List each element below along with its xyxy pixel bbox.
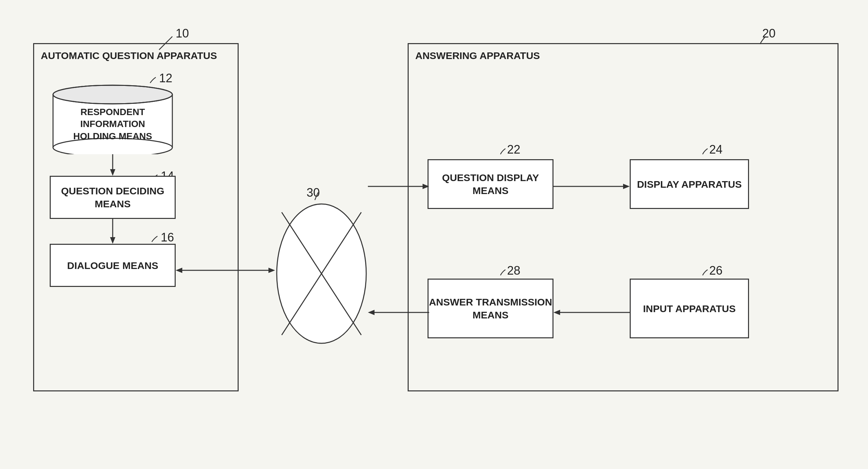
svg-marker-15 xyxy=(623,184,630,189)
svg-marker-20 xyxy=(269,268,275,273)
question-deciding-box: QUESTION DECIDING MEANS xyxy=(50,176,176,219)
dialogue-means-box: DIALOGUE MEANS xyxy=(50,244,176,287)
ref-line-28 xyxy=(487,268,514,278)
cylinder-database: RESPONDENT INFORMATION HOLDING MEANS xyxy=(50,78,176,154)
ref-line-24 xyxy=(691,147,716,156)
arrow-network-to-dialogue xyxy=(176,264,277,277)
diagram-container: 10 AUTOMATIC QUESTION APPARATUS 12 RESPO… xyxy=(17,17,851,452)
apparatus-label-right: ANSWERING APPARATUS xyxy=(415,50,540,61)
svg-point-5 xyxy=(54,86,172,103)
ref-line-30 xyxy=(308,191,328,202)
display-apparatus-label: DISPLAY APPARATUS xyxy=(637,178,742,191)
arrow-db-to-qd xyxy=(108,154,118,177)
arrow-at-to-network xyxy=(368,307,429,317)
ref-line-26 xyxy=(691,268,716,277)
answer-transmission-box: ANSWER TRANSMISSION MEANS xyxy=(428,279,554,338)
arrow-qd-to-da xyxy=(554,181,631,192)
input-apparatus-box: INPUT APPARATUS xyxy=(630,279,749,338)
svg-marker-24 xyxy=(368,310,374,315)
arrow-network-to-qdm xyxy=(368,181,429,192)
display-apparatus-box: DISPLAY APPARATUS xyxy=(630,159,749,209)
arrow-ia-to-at xyxy=(554,307,631,317)
input-apparatus-label: INPUT APPARATUS xyxy=(643,302,736,315)
arrow-qd-to-dl xyxy=(108,219,118,245)
question-display-label: QUESTION DISPLAY MEANS xyxy=(429,171,553,197)
svg-marker-19 xyxy=(176,268,182,273)
ref-line-16 xyxy=(137,235,167,243)
svg-marker-8 xyxy=(110,169,115,176)
svg-marker-17 xyxy=(554,310,560,315)
answering-apparatus: ANSWERING APPARATUS xyxy=(408,43,838,391)
database-label: RESPONDENT INFORMATION HOLDING MEANS xyxy=(60,106,166,142)
svg-marker-22 xyxy=(423,184,429,189)
apparatus-label-left: AUTOMATIC QUESTION APPARATUS xyxy=(41,50,217,61)
dialogue-means-label: DIALOGUE MEANS xyxy=(67,259,158,272)
question-deciding-label: QUESTION DECIDING MEANS xyxy=(51,184,175,210)
answer-transmission-label: ANSWER TRANSMISSION MEANS xyxy=(429,296,553,321)
network-oval xyxy=(275,202,368,345)
ref-line-22 xyxy=(487,147,514,157)
question-display-box: QUESTION DISPLAY MEANS xyxy=(428,159,554,209)
svg-marker-10 xyxy=(110,237,115,244)
